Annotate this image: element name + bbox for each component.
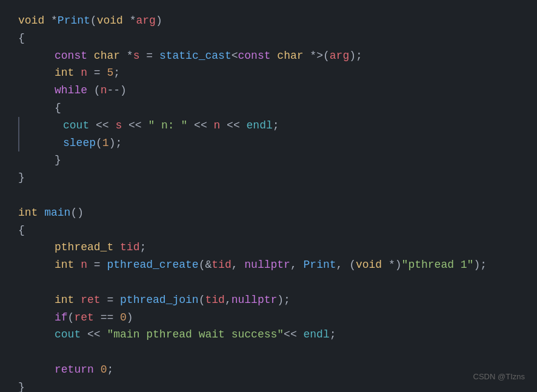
keyword-void2: void xyxy=(97,12,123,30)
keyword-endl: endl xyxy=(247,117,273,135)
code-line-14: pthread_t tid ; xyxy=(18,239,519,256)
type-char: char xyxy=(94,47,120,65)
keyword-while: while xyxy=(55,82,87,99)
code-line-15: int n = pthread_create (& tid , nullptr … xyxy=(18,256,519,274)
fn-pthread-join: pthread_join xyxy=(120,291,199,309)
num-5: 5 xyxy=(107,64,113,82)
code-line-16 xyxy=(18,274,519,291)
code-line-4: int n = 5 ; xyxy=(18,64,519,82)
string-n: " n: " xyxy=(148,117,187,135)
keyword-cout: cout xyxy=(63,117,89,135)
var-tid: tid xyxy=(120,239,139,256)
keyword-return: return xyxy=(55,361,94,379)
code-editor: void * Print ( void * arg ) { const char… xyxy=(0,0,537,392)
function-name-print: Print xyxy=(58,12,90,30)
static-cast: static_cast xyxy=(159,47,232,65)
fn-main: main xyxy=(44,204,70,222)
code-line-21: return 0 ; xyxy=(18,361,519,379)
code-line-8: sleep ( 1 ); xyxy=(18,135,519,152)
string-pthread1: "pthread 1" xyxy=(402,256,474,274)
var-s: s xyxy=(133,47,140,65)
code-line-6: { xyxy=(18,99,519,117)
fn-pthread-create: pthread_create xyxy=(107,256,198,274)
keyword-void: void xyxy=(18,12,44,30)
code-line-13: { xyxy=(18,222,519,239)
code-line-19: cout << "main pthread wait success" << e… xyxy=(18,326,519,344)
keyword-int2: int xyxy=(18,204,38,222)
code-line-10: } xyxy=(18,169,519,187)
code-line-1: void * Print ( void * arg ) xyxy=(18,12,519,30)
keyword-const: const xyxy=(55,47,87,65)
string-wait-success: "main pthread wait success" xyxy=(107,326,284,344)
keyword-int: int xyxy=(55,64,74,82)
code-line-3: const char * s = static_cast < const cha… xyxy=(18,47,519,65)
code-line-9: } xyxy=(18,151,519,169)
code-line-7: cout << s << " n: " << n << endl ; xyxy=(18,117,519,135)
code-line-22: } xyxy=(18,379,519,392)
var-n: n xyxy=(81,64,87,82)
code-line-20 xyxy=(18,344,519,361)
code-line-2: { xyxy=(18,30,519,47)
keyword-if: if xyxy=(55,309,68,327)
type-pthread-t: pthread_t xyxy=(55,239,113,256)
code-line-11 xyxy=(18,187,519,204)
var-ret: ret xyxy=(81,291,100,309)
code-line-18: if ( ret == 0 ) xyxy=(18,309,519,327)
code-line-17: int ret = pthread_join ( tid , nullptr )… xyxy=(18,291,519,309)
code-line-12: int main () xyxy=(18,204,519,222)
watermark: CSDN @TIzns xyxy=(473,371,525,384)
fn-sleep: sleep xyxy=(63,135,96,152)
keyword-nullptr: nullptr xyxy=(244,256,290,274)
var-arg2: arg xyxy=(330,47,349,65)
code-line-5: while ( n --) xyxy=(18,82,519,99)
param-arg: arg xyxy=(136,12,155,30)
